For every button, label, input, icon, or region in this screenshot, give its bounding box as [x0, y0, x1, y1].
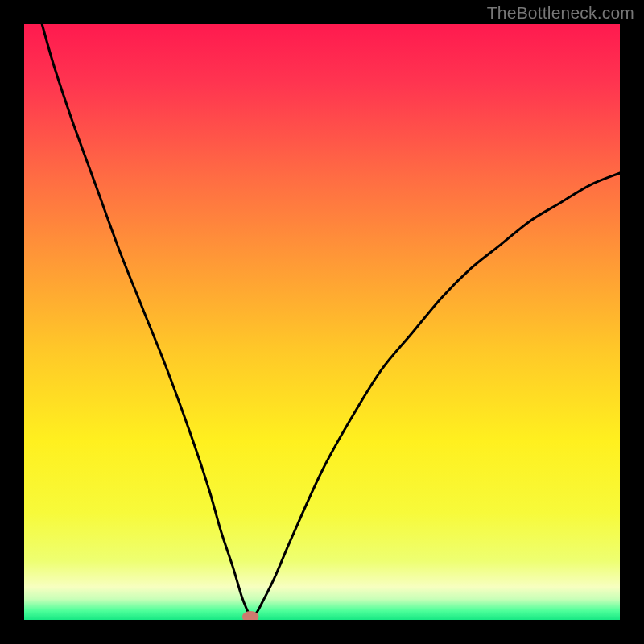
- chart-canvas: [0, 0, 644, 644]
- frame-border: [0, 620, 644, 644]
- frame-border: [0, 0, 24, 644]
- chart-frame: TheBottleneck.com: [0, 0, 644, 644]
- gradient-background: [24, 24, 620, 620]
- watermark-text: TheBottleneck.com: [487, 3, 634, 23]
- frame-border: [620, 0, 644, 644]
